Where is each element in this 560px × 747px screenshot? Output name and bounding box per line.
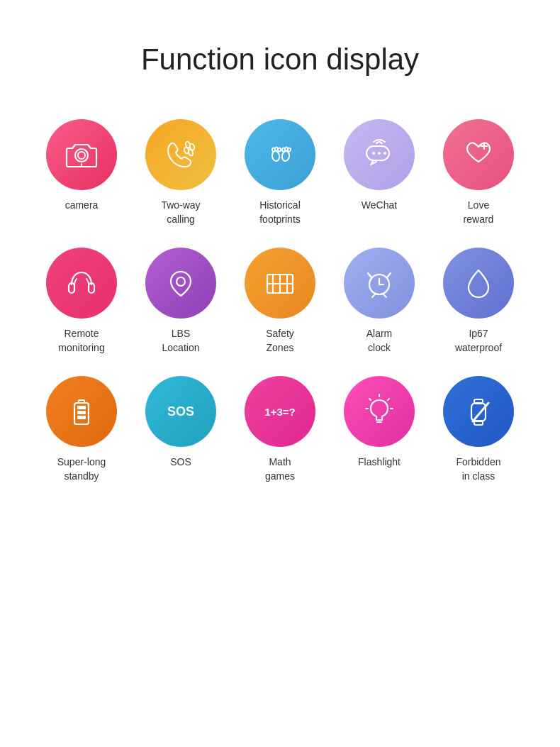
svg-point-18	[383, 152, 386, 155]
icon-grid: camera Two-waycalling	[11, 119, 549, 484]
icon-label-alarm-clock: Alarmclock	[366, 327, 393, 355]
icon-circle-alarm-clock	[344, 248, 415, 319]
icon-item-lbs-location: LBSLocation	[138, 248, 223, 355]
icon-item-footprints: Historicalfootprints	[237, 119, 323, 226]
svg-point-11	[281, 150, 290, 162]
icon-circle-footprints	[245, 119, 315, 190]
icon-item-flashlight: Flashlight	[337, 376, 422, 483]
svg-point-16	[372, 152, 375, 155]
svg-point-0	[75, 149, 88, 162]
icon-item-love-reward: Lovereward	[436, 119, 521, 226]
icon-circle-math-games: 1+3=?	[245, 376, 315, 447]
svg-line-42	[388, 399, 389, 400]
icon-circle-flashlight	[344, 376, 415, 447]
icon-label-sos: SOS	[170, 455, 191, 470]
icon-item-wechat: WeChat	[337, 119, 422, 226]
icon-circle-camera	[46, 119, 117, 190]
svg-line-43	[369, 399, 371, 400]
svg-point-23	[177, 277, 185, 286]
icon-label-footprints: Historicalfootprints	[259, 199, 301, 226]
icon-item-ip67-waterproof: Ip67waterproof	[436, 248, 521, 355]
icon-circle-remote-monitoring	[46, 248, 117, 319]
icon-item-forbidden-in-class: Forbiddenin class	[436, 376, 521, 483]
icon-label-math-games: Mathgames	[265, 455, 295, 483]
svg-rect-48	[474, 421, 483, 425]
icon-item-math-games: 1+3=? Mathgames	[237, 376, 323, 483]
icon-item-alarm-clock: Alarmclock	[337, 248, 422, 355]
svg-rect-47	[474, 399, 483, 404]
icon-item-super-long-standby: Super-longstandby	[39, 376, 124, 483]
icon-circle-safety-zones	[245, 248, 315, 319]
icon-circle-wechat	[344, 119, 415, 190]
svg-text:SOS: SOS	[167, 404, 194, 419]
icon-circle-ip67-waterproof	[443, 248, 514, 319]
icon-label-safety-zones: SafetyZones	[266, 327, 294, 355]
svg-rect-46	[471, 403, 486, 421]
icon-label-wechat: WeChat	[362, 199, 397, 213]
svg-rect-34	[77, 406, 86, 409]
icon-circle-calling	[145, 119, 216, 190]
icon-label-remote-monitoring: Remotemonitoring	[58, 327, 104, 355]
icon-label-calling: Two-waycalling	[161, 199, 200, 226]
icon-item-camera: camera	[39, 119, 124, 226]
svg-rect-36	[77, 416, 86, 419]
icon-label-lbs-location: LBSLocation	[162, 327, 200, 355]
icon-label-forbidden-in-class: Forbiddenin class	[456, 455, 500, 483]
svg-point-7	[271, 150, 280, 162]
page-title: Function icon display	[141, 43, 419, 77]
icon-label-ip67-waterproof: Ip67waterproof	[455, 327, 502, 355]
icon-item-calling: Two-waycalling	[138, 119, 223, 226]
icon-circle-love-reward	[443, 119, 514, 190]
icon-label-flashlight: Flashlight	[358, 455, 401, 470]
icon-item-remote-monitoring: Remotemonitoring	[39, 248, 124, 355]
icon-circle-sos: SOS	[145, 376, 216, 447]
svg-point-10	[278, 148, 281, 152]
icon-label-camera: camera	[65, 199, 99, 213]
icon-label-love-reward: Lovereward	[464, 199, 494, 226]
icon-circle-super-long-standby	[46, 376, 117, 447]
icon-label-super-long-standby: Super-longstandby	[57, 455, 106, 483]
icon-item-sos: SOS SOS	[138, 376, 223, 483]
svg-text:1+3=?: 1+3=?	[264, 406, 295, 418]
svg-point-17	[378, 152, 381, 155]
svg-rect-35	[77, 411, 86, 414]
svg-point-14	[288, 148, 291, 152]
icon-item-safety-zones: SafetyZones	[237, 248, 323, 355]
icon-circle-lbs-location	[145, 248, 216, 319]
svg-point-1	[78, 152, 85, 159]
icon-circle-forbidden-in-class	[443, 376, 514, 447]
svg-rect-33	[79, 400, 84, 403]
